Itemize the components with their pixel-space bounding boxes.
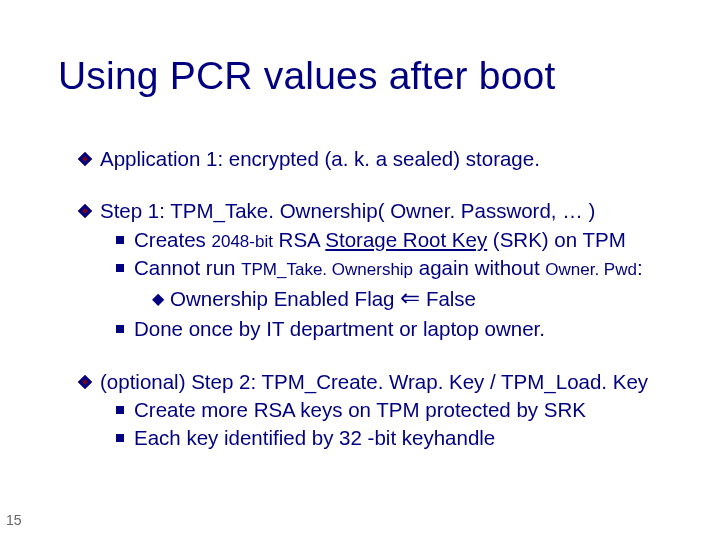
text: False	[420, 287, 476, 310]
square-icon	[116, 264, 124, 272]
text: RSA	[273, 228, 325, 251]
text: TPM_Create. Wrap. Key / TPM_Load. Key	[261, 370, 648, 393]
bullet-step2: (optional) Step 2: TPM_Create. Wrap. Key…	[80, 368, 690, 396]
square-icon	[116, 236, 124, 244]
text: :	[637, 256, 643, 279]
diamond-icon	[78, 374, 92, 388]
text-small: 2048-bit	[211, 232, 272, 251]
text: (SRK) on TPM	[487, 228, 626, 251]
square-icon	[116, 434, 124, 442]
text: Each key identified by 32 -bit keyhandle	[134, 426, 495, 449]
slide: Using PCR values after boot Application …	[0, 0, 720, 540]
subsubbullet-step1-2a: ◆Ownership Enabled Flag ⇐ False	[152, 282, 690, 315]
text: Create more RSA keys on TPM protected by…	[134, 398, 586, 421]
text: Step 1:	[100, 199, 170, 222]
diamond-icon	[78, 204, 92, 218]
subbullet-step1-2: Cannot run TPM_Take. Ownership again wit…	[116, 254, 690, 282]
text: TPM_Take. Ownership( Owner. Password, … …	[170, 199, 595, 222]
slide-title: Using PCR values after boot	[58, 54, 555, 98]
subbullet-step2-2: Each key identified by 32 -bit keyhandle	[116, 424, 690, 452]
text-small: Owner. Pwd	[545, 260, 637, 279]
slide-body: Application 1: encrypted (a. k. a sealed…	[80, 145, 690, 452]
bullet-app1: Application 1: encrypted (a. k. a sealed…	[80, 145, 690, 173]
text: Ownership Enabled Flag	[170, 287, 400, 310]
subbullet-step1-3: Done once by IT department or laptop own…	[116, 315, 690, 343]
subbullet-step1-1: Creates 2048-bit RSA Storage Root Key (S…	[116, 226, 690, 254]
slide-number: 15	[6, 512, 22, 528]
diamond-icon	[78, 152, 92, 166]
text: (optional) Step 2:	[100, 370, 261, 393]
square-icon	[116, 325, 124, 333]
bullet-step1: Step 1: TPM_Take. Ownership( Owner. Pass…	[80, 197, 690, 225]
text: Application 1: encrypted (a. k. a sealed…	[100, 147, 540, 170]
text: Cannot run	[134, 256, 241, 279]
square-icon	[116, 406, 124, 414]
text-small: TPM_Take. Ownership	[241, 260, 413, 279]
text: again without	[413, 256, 545, 279]
text: Done once by IT department or laptop own…	[134, 317, 545, 340]
dot-icon: ◆	[152, 288, 164, 310]
text-underline: Storage Root Key	[325, 228, 487, 251]
text: Creates	[134, 228, 211, 251]
subbullet-step2-1: Create more RSA keys on TPM protected by…	[116, 396, 690, 424]
arrow-left-icon: ⇐	[400, 285, 420, 311]
